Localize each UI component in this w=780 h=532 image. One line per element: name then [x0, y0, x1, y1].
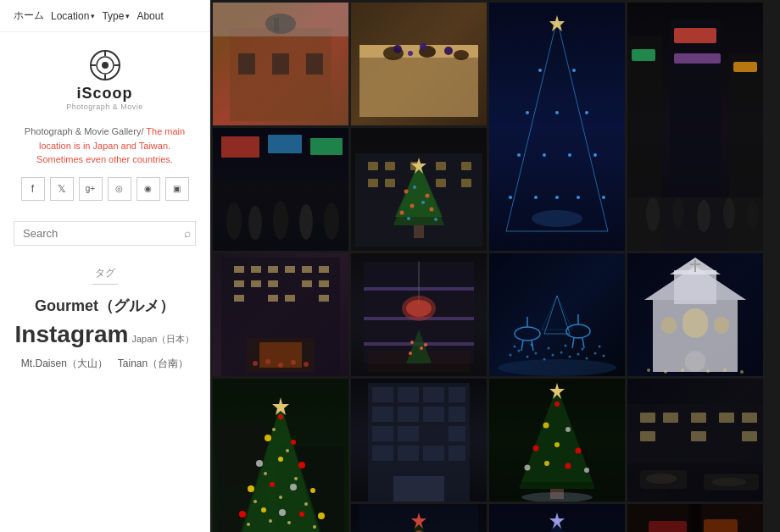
- logo-icon: [89, 49, 121, 81]
- photo-overlay: [627, 253, 763, 376]
- photo-cell[interactable]: [489, 504, 625, 532]
- photo-overlay: [351, 3, 487, 125]
- photo-cell[interactable]: [213, 253, 348, 376]
- logo-svg: [89, 49, 121, 81]
- photo-cell[interactable]: [627, 379, 763, 502]
- nav-home[interactable]: ホーム: [14, 8, 44, 23]
- photo-overlay: [489, 379, 625, 502]
- search-button[interactable]: ⌕: [184, 226, 191, 240]
- photo-overlay: [351, 253, 487, 376]
- photo-overlay: [213, 3, 348, 125]
- photo-overlay: [351, 379, 487, 502]
- photo-overlay: [489, 3, 625, 251]
- logo-name: iScoop: [14, 85, 196, 103]
- nav-type[interactable]: Type ▾: [102, 10, 130, 22]
- social-instagram[interactable]: ◎: [108, 177, 131, 201]
- photo-cell[interactable]: [489, 253, 625, 376]
- tag-tainan[interactable]: Tainan（台南）: [118, 354, 188, 374]
- photo-overlay: [627, 504, 763, 532]
- nav-type-arrow: ▾: [125, 12, 130, 20]
- photo-cell[interactable]: [213, 379, 348, 532]
- social-rss[interactable]: ▣: [165, 177, 189, 201]
- logo-sub: Photograph & Movie: [14, 103, 196, 111]
- nav-bar: ホーム Location ▾ Type ▾ About: [0, 0, 209, 32]
- photo-overlay: [627, 3, 763, 251]
- photo-overlay: [351, 128, 487, 251]
- photo-overlay: [351, 504, 487, 532]
- photo-cell[interactable]: [627, 504, 763, 532]
- nav-about[interactable]: About: [136, 10, 163, 22]
- photo-cell[interactable]: [627, 253, 763, 376]
- photo-cell[interactable]: [351, 3, 487, 125]
- tag-instagram[interactable]: Instagram: [15, 319, 129, 351]
- main-wrapper: ↑: [210, 0, 780, 532]
- nav-location[interactable]: Location ▾: [51, 10, 95, 22]
- description-highlight: The main location is in Japan and Taiwan…: [36, 126, 185, 164]
- nav-location-arrow: ▾: [91, 12, 95, 20]
- tags-section: タグ Gourmet（グルメ） Instagram Japan（日本） Mt.D…: [0, 259, 209, 380]
- photo-cell[interactable]: [213, 3, 348, 125]
- social-twitter[interactable]: 𝕏: [50, 177, 74, 201]
- svg-point-2: [102, 62, 109, 69]
- photo-overlay: [213, 379, 348, 532]
- photo-cell[interactable]: [351, 253, 487, 376]
- photo-overlay: [627, 379, 763, 502]
- search-bar: ⌕: [14, 221, 196, 246]
- social-icons: f 𝕏 g+ ◎ ◉ ▣: [0, 177, 209, 214]
- photo-grid: [210, 0, 780, 532]
- tag-gourmet[interactable]: Gourmet（グルメ）: [14, 293, 196, 319]
- social-google[interactable]: g+: [79, 177, 103, 201]
- tag-japan: Japan（日本）: [131, 333, 194, 346]
- tag-mt-daisen[interactable]: Mt.Daisen（大山）: [21, 354, 108, 374]
- photo-cell[interactable]: [351, 128, 487, 251]
- photo-overlay: [489, 504, 625, 532]
- photo-overlay: [213, 128, 348, 251]
- logo-section: iScoop Photograph & Movie: [0, 32, 209, 121]
- photo-cell[interactable]: [627, 3, 763, 251]
- photo-cell[interactable]: [351, 504, 487, 532]
- sidebar: ホーム Location ▾ Type ▾ About iScoop Photo…: [0, 0, 210, 532]
- tags-label: タグ: [14, 266, 196, 285]
- site-description: Photograph & Movie Gallery/ The main loc…: [0, 121, 209, 177]
- photo-cell[interactable]: [213, 128, 348, 251]
- photo-cell[interactable]: [351, 379, 487, 502]
- social-facebook[interactable]: f: [21, 177, 45, 201]
- photo-overlay: [489, 253, 625, 376]
- photo-cell[interactable]: [489, 3, 625, 251]
- photo-overlay: [213, 253, 348, 376]
- search-input[interactable]: [14, 221, 196, 246]
- social-flickr[interactable]: ◉: [136, 177, 160, 201]
- photo-cell[interactable]: [489, 379, 625, 502]
